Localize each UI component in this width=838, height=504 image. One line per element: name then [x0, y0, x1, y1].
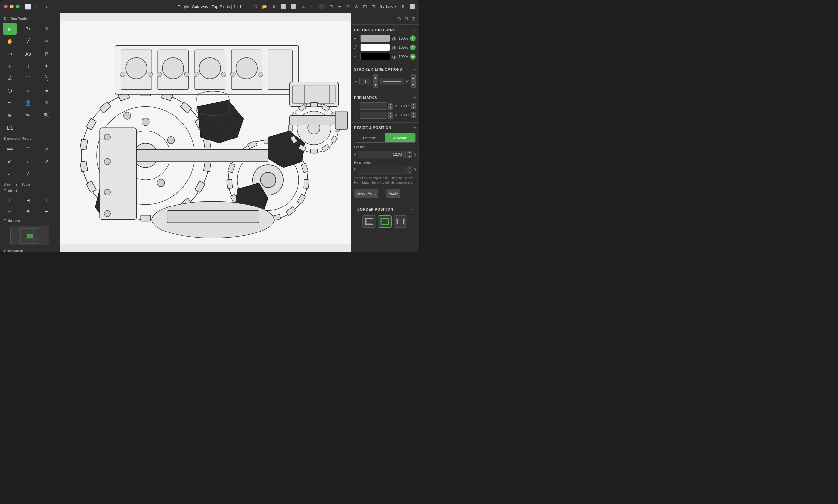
minimize-button[interactable]: [10, 4, 14, 8]
dim-radius[interactable]: ↗: [39, 156, 54, 167]
canvas-area[interactable]: [60, 13, 351, 252]
relative-tab[interactable]: Relative: [354, 133, 385, 142]
line-tool[interactable]: ╱: [21, 35, 35, 47]
transform-tool[interactable]: ✕: [39, 23, 54, 35]
dim-diagonal[interactable]: ↗: [39, 143, 54, 155]
align-left[interactable]: ⊣: [3, 206, 17, 217]
magnify-tool[interactable]: 🔍: [39, 110, 54, 121]
stroke-width-down[interactable]: ▼: [373, 81, 378, 88]
dim-circle[interactable]: ○: [21, 156, 35, 167]
sidebar-toggle-button[interactable]: ⬜: [25, 4, 31, 10]
stroke-add-button[interactable]: +: [410, 44, 416, 50]
fill-color-swatch[interactable]: [360, 35, 390, 42]
toolbar-icon-14[interactable]: ⊟: [372, 4, 375, 9]
rectangle-tool[interactable]: ▭: [3, 48, 17, 59]
text-opacity-toggle[interactable]: ◑: [392, 54, 396, 59]
pan-tool[interactable]: ✋: [3, 35, 17, 47]
zoom-control[interactable]: 86.15% ▾: [380, 4, 396, 9]
dim-horizontal[interactable]: ⟺: [3, 143, 17, 155]
border-center-button[interactable]: [378, 215, 392, 228]
person-tool[interactable]: 👤: [21, 97, 35, 109]
stroke-opacity-toggle[interactable]: ◑: [392, 45, 396, 50]
select-point-button[interactable]: Select Point: [354, 189, 378, 198]
stroke-width-up[interactable]: ▲: [373, 74, 378, 81]
filter-tab-icon[interactable]: ⚙: [397, 16, 402, 22]
end-pct-up[interactable]: ▲: [411, 112, 416, 115]
fill-add-button[interactable]: +: [410, 35, 416, 41]
stroke-line-header[interactable]: STROKE & LINE OPTIONS ▾: [351, 64, 419, 73]
start-endmark-down[interactable]: ▼: [388, 106, 393, 110]
toolbar-icon-window[interactable]: ⬜: [410, 4, 415, 9]
position-x-input[interactable]: [357, 150, 406, 158]
param-y-input[interactable]: [418, 166, 419, 174]
scale-tool[interactable]: 1:1: [3, 122, 17, 133]
start-pct-up[interactable]: ▲: [411, 103, 416, 106]
align-top[interactable]: ⊤: [39, 195, 54, 205]
end-marks-header[interactable]: END MARKS ▾: [351, 92, 419, 102]
apply-button[interactable]: Apply: [386, 189, 400, 198]
toolbar-icon-13[interactable]: ⊞: [363, 4, 367, 9]
grid-tab-icon[interactable]: ⊞: [411, 16, 416, 22]
toolbar-icon-4[interactable]: ⬜: [281, 4, 286, 9]
cross-tool[interactable]: ✕: [39, 97, 54, 109]
start-endmark-up[interactable]: ▲: [388, 103, 393, 106]
start-pct-down[interactable]: ▼: [411, 106, 416, 109]
border-inside-button[interactable]: [362, 215, 376, 228]
toolbar-icon-10[interactable]: ⇔: [338, 4, 342, 9]
dim-arc[interactable]: ↙: [3, 168, 17, 179]
drawing-canvas[interactable]: [60, 13, 351, 252]
star-tool[interactable]: ★: [39, 85, 54, 96]
maximize-button[interactable]: [16, 4, 19, 8]
toolbar-icon-export[interactable]: ⬆: [401, 4, 405, 9]
toolbar-icon-9[interactable]: ⊞: [329, 4, 333, 9]
position-x-up[interactable]: ▲: [407, 151, 411, 155]
angle-tool[interactable]: ∠: [3, 73, 17, 84]
position-x-down[interactable]: ▼: [407, 155, 411, 158]
param-x-input[interactable]: [357, 166, 406, 174]
layers-tab-icon[interactable]: ⧉: [405, 16, 408, 22]
end-expand-icon[interactable]: ⤢: [394, 113, 397, 117]
border-outside-button[interactable]: [394, 215, 407, 228]
dim-leader[interactable]: ↙: [3, 156, 17, 167]
stroke-line-up[interactable]: ▲: [411, 74, 416, 81]
dim-vertical[interactable]: ⊤: [21, 143, 35, 155]
toolbar-icon-7[interactable]: ⇤: [311, 4, 315, 9]
align-bottom[interactable]: ⊥: [3, 195, 17, 205]
paragraph-tool[interactable]: P: [39, 48, 54, 59]
stroke-color-swatch[interactable]: [360, 44, 390, 51]
text-color-swatch[interactable]: [360, 53, 390, 60]
end-endmark-select[interactable]: ——: [360, 111, 387, 119]
dim-angle[interactable]: ∠: [21, 168, 35, 179]
stroke-width-input[interactable]: [359, 78, 371, 85]
slash-tool[interactable]: ╲: [39, 73, 54, 84]
toolbar-icon-5[interactable]: ⬜: [290, 4, 296, 9]
fill-opacity-toggle[interactable]: ◑: [392, 36, 396, 41]
select-tool[interactable]: ▶: [3, 23, 17, 35]
stroke-line-down[interactable]: ▼: [411, 81, 416, 88]
resize-position-header[interactable]: RESIZE & POSITION ▾: [351, 123, 419, 132]
close-button[interactable]: [4, 4, 8, 8]
stamp-tool[interactable]: ◈: [39, 60, 54, 72]
end-endmark-up[interactable]: ▲: [388, 112, 393, 115]
text-add-button[interactable]: +: [410, 54, 416, 59]
toolbar-icon-12[interactable]: ⊗: [355, 4, 358, 9]
param-x-down[interactable]: ▼: [407, 170, 411, 174]
rotate-tool[interactable]: ↻: [21, 23, 35, 35]
spline-tool[interactable]: ⌀: [21, 85, 35, 96]
lasso-tool[interactable]: ⌇: [21, 60, 35, 72]
to-document-grid-button[interactable]: +: [11, 226, 50, 246]
colors-patterns-header[interactable]: COLORS & PATTERNS ▾: [351, 25, 419, 34]
toolbar-icon-11[interactable]: ⊕: [346, 4, 350, 9]
param-x-up[interactable]: ▲: [407, 166, 411, 170]
toolbar-icon-6[interactable]: 🔺: [301, 4, 306, 9]
redo-button[interactable]: ↪: [43, 4, 48, 10]
scissors-tool[interactable]: ✂: [39, 35, 54, 47]
eyedropper-tool[interactable]: ✏: [21, 110, 35, 121]
toolbar-icon-2[interactable]: 📂: [262, 4, 267, 9]
border-position-header[interactable]: BORDER POSITION ▾: [354, 204, 416, 213]
stroke-line-preview[interactable]: [380, 78, 404, 85]
toolbar-icon-8[interactable]: ⬛: [319, 4, 325, 9]
undo-button[interactable]: ↩: [35, 4, 39, 10]
start-expand-icon[interactable]: ⤢: [394, 104, 397, 108]
text-tool[interactable]: Aa: [21, 48, 35, 59]
